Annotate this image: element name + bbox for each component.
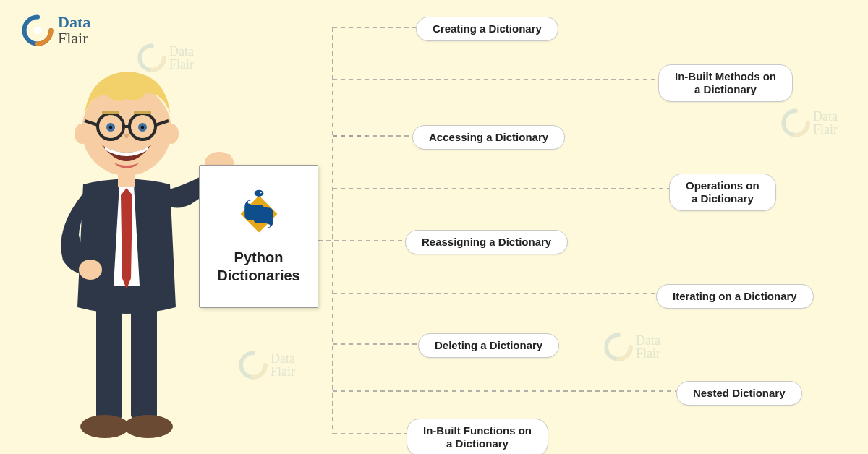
- topic-pill: Accessing a Dictionary: [412, 125, 565, 150]
- svg-rect-35: [102, 111, 119, 114]
- topic-pill: Creating a Dictionary: [416, 17, 558, 41]
- watermark-logo: Data Flair: [604, 333, 660, 361]
- svg-point-24: [75, 124, 89, 144]
- logo-text: Data Flair: [58, 14, 90, 46]
- topic-pill: In-Built Functions on a Dictionary: [407, 419, 548, 454]
- watermark-logo: Data Flair: [137, 43, 194, 72]
- topic-pill: Reassigning a Dictionary: [405, 230, 568, 254]
- topic-pill: Deleting a Dictionary: [418, 333, 559, 358]
- watermark-logo: Data Flair: [781, 108, 838, 137]
- svg-point-41: [260, 192, 261, 193]
- svg-point-33: [109, 126, 113, 129]
- logo-swirl-icon: [137, 43, 166, 72]
- card-title: Python Dictionaries: [217, 249, 299, 285]
- logo-swirl-icon: [22, 14, 54, 46]
- logo-swirl-icon: [604, 333, 633, 361]
- logo-swirl-icon: [781, 108, 810, 137]
- svg-point-25: [164, 124, 179, 144]
- topic-pill: Nested Dictionary: [676, 381, 802, 406]
- svg-point-40: [254, 190, 263, 197]
- topic-card: Python Dictionaries: [199, 165, 318, 308]
- card-title-line2: Dictionaries: [217, 267, 299, 283]
- svg-point-38: [247, 201, 250, 204]
- svg-point-16: [79, 260, 102, 280]
- svg-point-14: [80, 415, 129, 438]
- svg-rect-13: [131, 300, 157, 419]
- svg-point-34: [141, 126, 145, 129]
- watermark-logo: Data Flair: [239, 351, 295, 380]
- svg-rect-36: [134, 111, 151, 114]
- svg-point-15: [124, 415, 173, 438]
- topic-pill: Iterating on a Dictionary: [656, 284, 814, 309]
- topic-pill: In-Built Methods on a Dictionary: [658, 64, 793, 102]
- logo-swirl-icon: [239, 351, 268, 380]
- topic-pill: Operations on a Dictionary: [669, 174, 776, 211]
- svg-point-11: [34, 27, 42, 35]
- svg-rect-12: [96, 300, 122, 419]
- brand-word-flair: Flair: [58, 29, 88, 47]
- svg-point-39: [267, 224, 270, 227]
- brand-logo: Data Flair: [22, 14, 90, 46]
- card-title-line1: Python: [234, 249, 284, 265]
- python-icon: [233, 188, 285, 240]
